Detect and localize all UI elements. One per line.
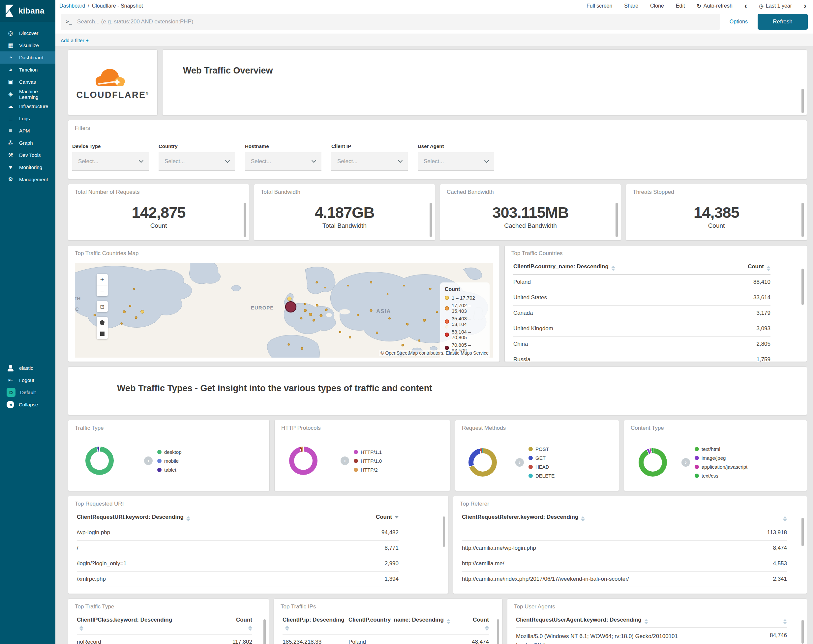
time-forward-button[interactable]: › [804, 2, 807, 10]
column-header[interactable]: Count [236, 616, 252, 631]
sidebar-item-graph[interactable]: ⁂Graph [0, 137, 55, 149]
sort-icon [611, 266, 615, 271]
refresh-button[interactable]: Refresh [758, 14, 808, 30]
legend-item[interactable]: HTTP/2 [354, 465, 382, 474]
traffic-type-donut-chart[interactable] [85, 446, 114, 475]
dashboard-title: Web Traffic Overview [163, 50, 807, 76]
column-header[interactable] [783, 616, 787, 624]
http-protocols-donut-chart[interactable] [289, 446, 318, 475]
sidebar-item-monitoring[interactable]: ♥Monitoring [0, 161, 55, 173]
country-select[interactable]: Select... [159, 152, 235, 171]
chart-legend: HTTP/1.1 HTTP/1.0 HTTP/2 [354, 448, 382, 474]
legend-item[interactable]: desktop [157, 448, 182, 457]
sidebar-item-user[interactable]: elastic [0, 362, 55, 374]
legend-item[interactable]: HTTP/1.1 [354, 448, 382, 457]
sidebar-item-apm[interactable]: ≡APM [0, 124, 55, 137]
column-header[interactable]: ClientIP.ip: Descending [282, 616, 345, 631]
sidebar-item-logout[interactable]: ⇤Logout [0, 374, 55, 386]
legend-item[interactable]: DELETE [528, 471, 555, 480]
legend-expand-icon[interactable]: › [681, 458, 690, 467]
scrollbar-thumb[interactable] [443, 517, 445, 547]
column-header[interactable]: ClientIPClass.keyword: Descending [77, 616, 176, 631]
metric-value: 4.187GB [254, 203, 435, 221]
add-filter-link[interactable]: Add a filter + [61, 38, 89, 43]
column-header[interactable]: Count [473, 616, 489, 631]
sidebar-item-discover[interactable]: ◎Discover [0, 27, 55, 39]
share-button[interactable]: Share [624, 3, 638, 9]
chevron-down-icon [139, 158, 143, 163]
hostname-select[interactable]: Select... [245, 152, 321, 171]
legend-item[interactable]: text/css [695, 471, 747, 480]
time-back-button[interactable]: ‹ [744, 2, 747, 10]
scrollbar-thumb[interactable] [801, 89, 804, 113]
world-map[interactable]: TH IC EUROPE ASIA + − ⊡ [75, 263, 493, 357]
legend-item[interactable]: HEAD [528, 462, 555, 471]
legend-expand-icon[interactable]: › [515, 458, 524, 467]
user-agent-select[interactable]: Select... [418, 152, 494, 171]
sidebar-item-management[interactable]: ⚙Management [0, 173, 55, 186]
legend-expand-icon[interactable]: › [144, 457, 153, 465]
legend-item[interactable]: image/jpeg [695, 454, 747, 462]
column-header[interactable]: ClientRequestReferer.keyword: Descending [462, 514, 783, 521]
scrollbar-thumb[interactable] [801, 518, 804, 546]
sidebar-item-collapse[interactable]: ◀Collapse [0, 399, 55, 411]
clone-button[interactable]: Clone [650, 3, 664, 9]
options-link[interactable]: Options [730, 19, 748, 25]
time-range-picker[interactable]: ◷Last 1 year [759, 3, 792, 9]
scrollbar-thumb[interactable] [264, 619, 266, 644]
column-header[interactable]: ClientIP.country_name: Descending [513, 263, 748, 271]
wrench-icon: ⚒ [6, 152, 14, 158]
legend-item[interactable]: application/javascript [695, 462, 747, 471]
sidebar-item-dev-tools[interactable]: ⚒Dev Tools [0, 149, 55, 161]
legend-item[interactable]: text/html [695, 445, 747, 454]
legend-item[interactable]: HTTP/1.0 [354, 457, 382, 465]
sidebar-item-logs[interactable]: ≣Logs [0, 112, 55, 124]
column-header[interactable]: ClientIP.country_name: Descending [345, 616, 473, 624]
client-ip-select[interactable]: Select... [331, 152, 408, 171]
sidebar-item-visualize[interactable]: ▦Visualize [0, 39, 55, 51]
column-header[interactable] [783, 514, 787, 521]
search-input[interactable] [77, 18, 715, 25]
scrollbar-thumb[interactable] [430, 203, 432, 237]
legend-item[interactable]: tablet [157, 465, 182, 474]
legend-item[interactable]: GET [528, 454, 555, 462]
sidebar-item-dashboard[interactable]: ◔Dashboard [0, 51, 55, 64]
legend-expand-icon[interactable]: › [341, 457, 349, 465]
poland-traffic-bubble[interactable] [285, 302, 296, 312]
metric-total-bandwidth: Total Bandwidth 4.187GB Total Bandwidth [254, 184, 435, 241]
sidebar-item-canvas[interactable]: ▣Canvas [0, 76, 55, 88]
sidebar-item-infrastructure[interactable]: ☁Infrastructure [0, 100, 55, 112]
rectangle-tool-button[interactable] [97, 328, 108, 339]
scrollbar-thumb[interactable] [497, 619, 499, 644]
column-header[interactable]: Count [748, 263, 770, 271]
timelion-icon: ◕ [6, 67, 14, 72]
sort-icon [446, 619, 450, 624]
request-methods-donut-chart[interactable] [468, 448, 497, 477]
sidebar-item-space-default[interactable]: DDefault [0, 386, 55, 399]
legend-item[interactable]: mobile [157, 457, 182, 465]
device-type-select[interactable]: Select... [72, 152, 149, 171]
full-screen-button[interactable]: Full screen [586, 3, 612, 9]
content-type-donut-chart[interactable] [639, 448, 667, 477]
chevron-down-icon [311, 158, 316, 163]
scrollbar-thumb[interactable] [615, 203, 618, 237]
kibana-logo[interactable]: kibana [0, 0, 55, 22]
column-header[interactable]: ClientRequestURI.keyword: Descending [77, 514, 376, 521]
polygon-tool-button[interactable] [97, 317, 108, 328]
column-header[interactable]: ClientRequestUserAgent.keyword: Descendi… [516, 616, 783, 624]
zoom-in-button[interactable]: + [97, 274, 108, 285]
zoom-out-button[interactable]: − [97, 285, 108, 296]
scrollbar-thumb[interactable] [801, 203, 804, 237]
scrollbar-thumb[interactable] [801, 268, 804, 305]
scrollbar-thumb[interactable] [244, 203, 246, 237]
sidebar-item-machine-learning[interactable]: ◈Machine Learning [0, 88, 55, 100]
legend-item[interactable]: POST [528, 445, 555, 454]
column-header[interactable]: Count [376, 514, 399, 520]
auto-refresh-button[interactable]: ↻Auto-refresh [696, 3, 732, 9]
crop-tool-button[interactable]: ⊡ [97, 301, 108, 312]
scrollbar-thumb[interactable] [801, 620, 804, 644]
chart-legend: text/html image/jpeg application/javascr… [695, 445, 747, 480]
breadcrumb-dashboard-link[interactable]: Dashboard [59, 3, 85, 9]
sidebar-item-timelion[interactable]: ◕Timelion [0, 64, 55, 76]
edit-button[interactable]: Edit [676, 3, 685, 9]
